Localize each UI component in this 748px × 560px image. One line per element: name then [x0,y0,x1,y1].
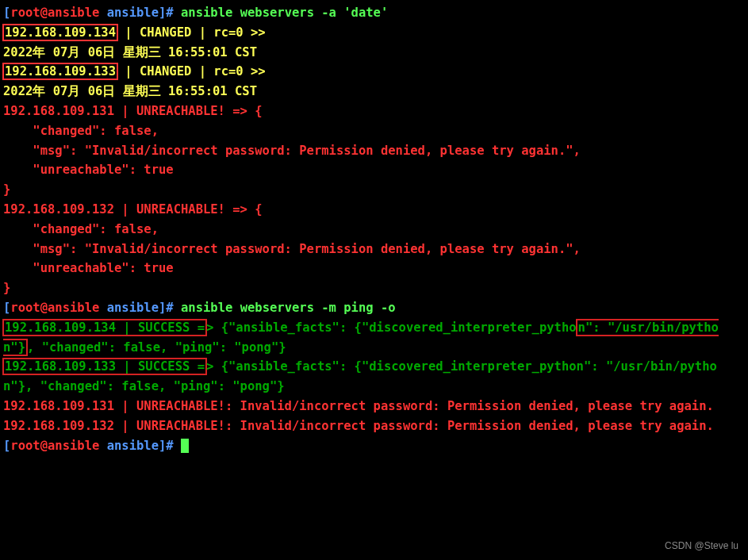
ping-success-part2: > {"ansible_facts": {"discovered_interpr… [206,320,577,335]
unreachable-132-l1: "changed": false, [3,220,745,240]
path: ansible [99,301,159,315]
bracket-open: [ [3,439,10,453]
output-host-134: 192.168.109.134 | CHANGED | rc=0 >> [3,23,745,43]
status-text: | CHANGED | rc=0 >> [117,64,266,79]
ping-success-part2: > {"ansible_facts": {"discovered_interpr… [206,359,577,374]
unreachable-131-l3: "unreachable": true [3,160,745,180]
bracket-open: [ [3,6,10,20]
command-text [174,439,181,453]
ip-address: 192.168.109.133 [5,64,116,79]
command-text: ansible webservers -m ping -o [174,301,396,315]
output-host-133: 192.168.109.133 | CHANGED | rc=0 >> [3,62,745,82]
unreachable-131-header: 192.168.109.131 | UNREACHABLE! => { [3,102,745,121]
user-host: root@ansible [10,439,99,453]
bracket-close: ]# [159,301,174,315]
unreachable-131-l2: "msg": "Invalid/incorrect password: Perm… [3,141,745,161]
date-output-133: 2022年 07月 06日 星期三 16:55:01 CST [3,82,745,102]
watermark-text: CSDN @Steve lu [665,539,738,554]
date-output-134: 2022年 07月 06日 星期三 16:55:01 CST [3,43,745,63]
bracket-open: [ [3,301,10,315]
path: ansible [99,6,159,20]
command-text: ansible webservers -a 'date' [174,6,389,20]
prompt-line-2: [root@ansible ansible]# ansible webserve… [3,298,745,318]
unreachable-132-header: 192.168.109.132 | UNREACHABLE! => { [3,200,745,220]
prompt-line-3[interactable]: [root@ansible ansible]# [3,436,745,456]
user-host: root@ansible [10,301,99,315]
ip-address: 192.168.109.134 [5,25,116,40]
unreachable-132-l2: "msg": "Invalid/incorrect password: Perm… [3,240,745,259]
ping-unreachable-131: 192.168.109.131 | UNREACHABLE!: Invalid/… [3,397,745,416]
bracket-close: ]# [159,439,174,453]
ping-output-134: 192.168.109.134 | SUCCESS => {"ansible_f… [3,318,745,358]
prompt-line-1: [root@ansible ansible]# ansible webserve… [3,3,745,23]
cursor-icon [181,439,189,453]
user-host: root@ansible [10,6,99,20]
unreachable-131-l1: "changed": false, [3,121,745,141]
ping-output-133: 192.168.109.133 | SUCCESS => {"ansible_f… [3,357,745,397]
unreachable-132-l4: } [3,278,745,298]
bracket-close: ]# [159,6,174,20]
path: ansible [99,439,159,453]
status-text: | CHANGED | rc=0 >> [117,25,266,40]
ping-success-part4: , "changed": false, "ping": "pong"} [27,340,286,355]
unreachable-132-l3: "unreachable": true [3,259,745,278]
unreachable-131-l4: } [3,180,745,200]
ping-unreachable-132: 192.168.109.132 | UNREACHABLE!: Invalid/… [3,416,745,436]
ping-success-part1: 192.168.109.133 | SUCCESS = [5,359,205,374]
ping-success-part1: 192.168.109.134 | SUCCESS = [5,320,205,335]
ping-success-part4: , "changed": false, "ping": "pong"} [25,379,285,393]
